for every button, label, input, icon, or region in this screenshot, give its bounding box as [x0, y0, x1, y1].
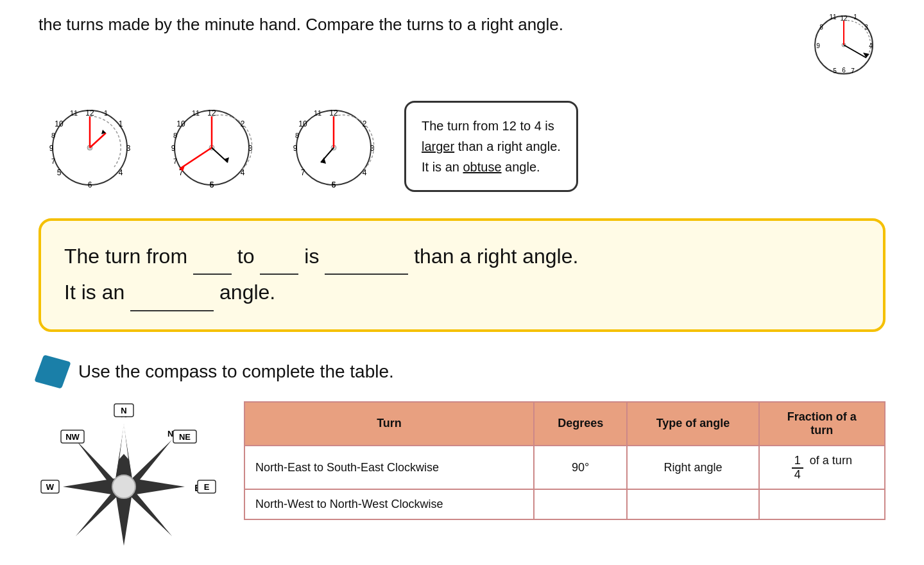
fill-text6: angle.	[219, 281, 275, 304]
compass-section-label: Use the compass to complete the table.	[78, 361, 394, 382]
svg-text:8: 8	[51, 132, 55, 139]
svg-text:4: 4	[869, 42, 873, 49]
svg-text:N: N	[121, 406, 126, 415]
svg-marker-74	[119, 424, 128, 459]
clock-1: 12 1 3 4 6 5 9 10 11 1 8 7	[38, 93, 141, 199]
svg-text:10: 10	[298, 119, 307, 128]
info-box: The turn from 12 to 4 is larger than a r…	[404, 101, 578, 192]
fill-in-line2: It is an angle.	[64, 275, 860, 311]
svg-text:5: 5	[332, 180, 336, 189]
svg-text:11: 11	[829, 13, 837, 21]
row1-fraction: 1 4 of a turn	[759, 446, 885, 490]
instruction-text: the turns made by the minute hand. Compa…	[38, 15, 563, 34]
fill-text5: It is an	[64, 281, 124, 304]
fill-blank1	[193, 239, 232, 275]
fill-text3: is	[304, 245, 325, 268]
obtuse-text: obtuse	[463, 160, 501, 174]
svg-text:8: 8	[295, 132, 299, 139]
fill-text4: than a right angle.	[414, 245, 578, 268]
svg-text:E: E	[204, 482, 210, 492]
clock-3: 12 11 10 9 7 6 4 3 2 8 5	[282, 93, 385, 199]
fraction-display: 1 4	[792, 455, 803, 482]
compass-diagram: N NE E W NW	[38, 401, 218, 565]
svg-text:4: 4	[241, 168, 245, 177]
svg-text:8: 8	[819, 24, 823, 31]
svg-text:7: 7	[301, 168, 305, 177]
svg-text:11: 11	[314, 109, 321, 117]
svg-text:10: 10	[55, 119, 64, 128]
blue-diamond-icon	[34, 354, 71, 388]
compass-table: Turn Degrees Type of angle Fraction of a…	[244, 401, 886, 521]
info-line1: The turn from 12 to 4 is larger than a r…	[422, 119, 561, 174]
fill-in-box: The turn from to is than a right angle. …	[38, 218, 886, 332]
table-row: North-West to North-West Clockwise	[244, 489, 885, 519]
top-clock: 12 3 4 6 9 8 11 1 5 7	[802, 6, 886, 80]
clocks-row: 12 1 3 4 6 5 9 10 11 1 8 7	[38, 93, 886, 199]
compass-section-header: Use the compass to complete the table.	[38, 358, 886, 386]
svg-text:1: 1	[853, 13, 857, 21]
svg-text:11: 11	[192, 109, 200, 117]
fill-text2: to	[237, 245, 261, 268]
svg-text:9: 9	[816, 42, 820, 49]
row2-degrees	[534, 489, 627, 519]
svg-text:1: 1	[104, 109, 108, 117]
svg-text:1: 1	[119, 119, 123, 128]
larger-text: larger	[422, 139, 454, 153]
row1-type: Right angle	[627, 446, 758, 490]
svg-text:10: 10	[176, 119, 185, 128]
top-instruction-text: the turns made by the minute hand. Compa…	[38, 13, 789, 36]
svg-text:9: 9	[293, 144, 298, 153]
svg-text:9: 9	[171, 144, 176, 153]
row1-turn: North-East to South-East Clockwise	[244, 446, 534, 490]
svg-point-82	[112, 475, 135, 498]
svg-text:NW: NW	[65, 432, 80, 442]
col-type-header: Type of angle	[627, 402, 758, 446]
svg-text:6: 6	[842, 67, 846, 74]
svg-text:6: 6	[88, 180, 92, 189]
col-fraction-header: Fraction of aturn	[759, 402, 885, 446]
svg-text:11: 11	[70, 109, 78, 117]
svg-text:5: 5	[833, 67, 837, 74]
fill-blank2	[260, 239, 298, 275]
clock-2: 12 11 10 9 7 6 4 3 2 8 7 5	[160, 93, 263, 199]
row1-degrees: 90°	[534, 446, 627, 490]
svg-text:7: 7	[51, 157, 55, 165]
svg-text:7: 7	[851, 67, 855, 74]
svg-text:W: W	[46, 482, 55, 492]
row2-turn: North-West to North-West Clockwise	[244, 489, 534, 519]
bottom-area: N NE E W NW	[38, 401, 886, 565]
col-degrees-header: Degrees	[534, 402, 627, 446]
svg-text:3: 3	[126, 144, 131, 153]
fill-text1: The turn from	[64, 245, 187, 268]
table-row: North-East to South-East Clockwise 90° R…	[244, 446, 885, 490]
svg-text:9: 9	[49, 144, 54, 153]
svg-text:8: 8	[173, 132, 177, 139]
col-turn-header: Turn	[244, 402, 534, 446]
fill-blank3	[325, 239, 408, 275]
svg-text:7: 7	[173, 157, 177, 165]
fill-blank4	[130, 275, 214, 311]
svg-text:NE: NE	[179, 432, 191, 442]
fill-in-line1: The turn from to is than a right angle.	[64, 239, 860, 275]
table-header-row: Turn Degrees Type of angle Fraction of a…	[244, 402, 885, 446]
svg-text:4: 4	[363, 168, 367, 177]
svg-text:5: 5	[210, 180, 214, 189]
svg-text:4: 4	[119, 168, 123, 177]
svg-text:5: 5	[57, 168, 62, 177]
row2-fraction	[759, 489, 885, 519]
row2-type	[627, 489, 758, 519]
